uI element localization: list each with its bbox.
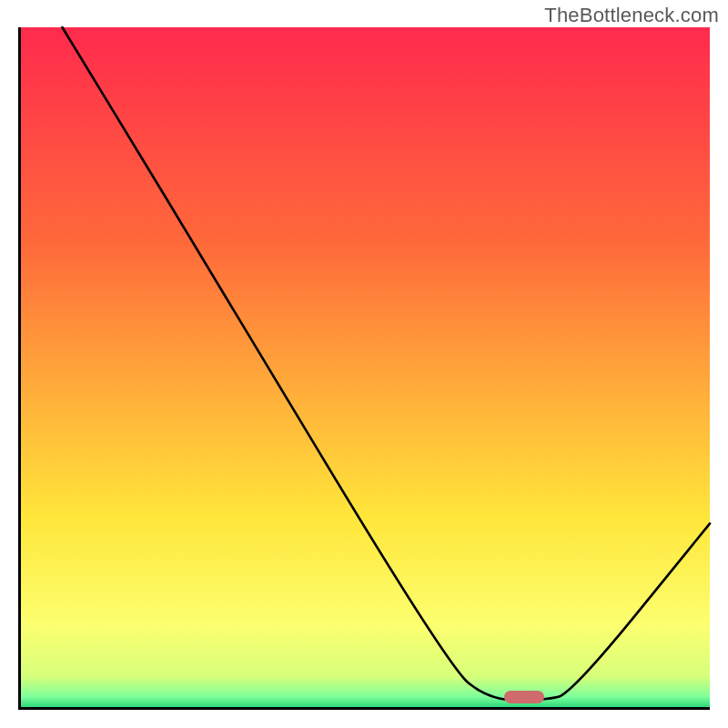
bottleneck-line-chart — [21, 27, 710, 707]
chart-plot-area — [18, 27, 710, 710]
bottleneck-curve-path — [62, 27, 710, 701]
watermark-text: TheBottleneck.com — [544, 4, 719, 27]
optimal-point-marker — [504, 691, 544, 703]
